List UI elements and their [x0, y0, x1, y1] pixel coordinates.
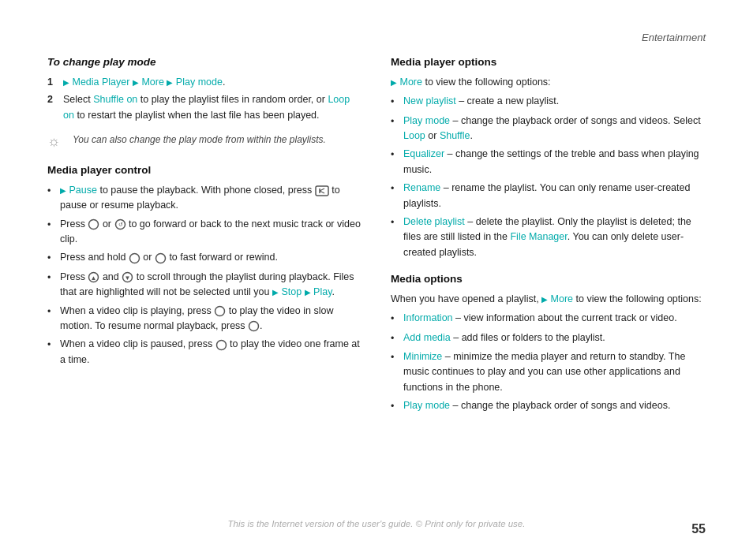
play-mode-link: Play mode — [176, 77, 223, 88]
media-player-options-list: • New playlist – create a new playlist. … — [391, 94, 706, 260]
bullet-5-content: When a video clip is playing, press to p… — [60, 304, 362, 334]
list-item: • Play mode – change the playback order … — [391, 114, 706, 144]
list-item: • Press and hold or to fast forward or r… — [47, 250, 362, 266]
circle-icon-9 — [215, 337, 227, 352]
circle-icon-2: ↺ — [114, 217, 126, 232]
section-title: Entertainment — [642, 32, 706, 43]
bullet-icon: • — [47, 184, 55, 199]
svg-point-14 — [249, 322, 259, 331]
change-play-mode-title: To change play mode — [47, 54, 362, 71]
circle-icon-5: ▲ — [88, 270, 99, 285]
media-options-list: • Information – view information about t… — [391, 311, 706, 414]
bullet-3-content: Press and hold or to fast forward or rew… — [60, 250, 278, 265]
bullet-icon: • — [391, 399, 399, 414]
svg-line-3 — [320, 191, 324, 193]
arrow-icon: ▶ — [541, 295, 548, 304]
circle-icon-4 — [155, 250, 167, 265]
tip-box: ☼ You can also change the play mode from… — [47, 133, 362, 153]
media-options-intro: When you have opened a playlist, ▶ More … — [391, 292, 706, 307]
arrow-icon: ▶ — [60, 186, 66, 195]
bullet-icon: • — [391, 312, 399, 327]
list-item: • Add media – add files or folders to th… — [391, 330, 706, 346]
svg-line-2 — [320, 189, 324, 191]
page-number: 55 — [691, 522, 706, 536]
bullet-icon: • — [391, 95, 399, 110]
list-item: • Press or ↺ to go forward or back to th… — [47, 217, 362, 248]
more-link-3: More — [551, 293, 573, 304]
nav-icon — [315, 183, 329, 198]
bullet-icon: • — [391, 147, 399, 162]
step-1-content: ▶ Media Player ▶ More ▶ Play mode. — [63, 75, 225, 90]
step-1: 1 ▶ Media Player ▶ More ▶ Play mode. — [47, 75, 362, 90]
option-play-mode-2: Play mode – change the playback order of… — [403, 398, 670, 413]
bullet-icon: • — [47, 251, 55, 266]
bullet-2-content: Press or ↺ to go forward or back to the … — [60, 217, 362, 248]
bullet-icon: • — [47, 218, 55, 233]
play-link: Play — [313, 286, 332, 297]
delete-playlist-link: Delete playlist — [403, 216, 465, 227]
arrow-icon-2: ▶ — [133, 78, 139, 87]
bullet-icon: • — [391, 114, 399, 129]
change-play-mode-section: To change play mode 1 ▶ Media Player ▶ M… — [47, 54, 362, 123]
bullet-1-content: ▶ Pause to pause the playback. With phon… — [60, 183, 362, 214]
list-item: • Rename – rename the playlist. You can … — [391, 181, 706, 211]
circle-icon-6: ▼ — [122, 270, 133, 285]
list-item: • Play mode – change the playback order … — [391, 398, 706, 414]
arrow-icon-3: ▶ — [167, 78, 173, 87]
list-item: • New playlist – create a new playlist. — [391, 94, 706, 110]
loop-link: Loop — [403, 130, 425, 141]
option-rename: Rename – rename the playlist. You can on… — [403, 181, 706, 211]
svg-point-13 — [215, 306, 225, 315]
arrow-icon: ▶ — [391, 78, 397, 87]
circle-icon-1 — [88, 217, 99, 232]
shuffle-on-link: Shuffle on — [93, 94, 137, 105]
section-header: Entertainment — [47, 32, 706, 43]
svg-point-8 — [155, 253, 165, 263]
equalizer-link: Equalizer — [403, 148, 444, 159]
list-item: • Information – view information about t… — [391, 311, 706, 327]
list-item: • When a video clip is paused, press to … — [47, 337, 362, 368]
svg-text:▲: ▲ — [91, 274, 97, 281]
pause-link: Pause — [69, 185, 96, 196]
bullet-icon: • — [47, 304, 55, 319]
bullet-6-content: When a video clip is paused, press to pl… — [60, 337, 362, 368]
circle-icon-7 — [214, 304, 226, 319]
option-information: Information – view information about the… — [403, 311, 677, 326]
shuffle-link: Shuffle — [440, 130, 470, 141]
footer: This is the Internet version of the user… — [47, 519, 706, 528]
bullet-icon: • — [391, 331, 399, 346]
arrow-icon-1: ▶ — [63, 78, 69, 87]
svg-text:↺: ↺ — [118, 222, 122, 227]
circle-icon-3 — [129, 250, 140, 265]
more-link-2: More — [399, 77, 421, 88]
media-player-options-intro: ▶ More to view the following options: — [391, 75, 706, 90]
option-add-media: Add media – add files or folders to the … — [403, 330, 605, 345]
list-item: • Delete playlist – delete the playlist.… — [391, 215, 706, 260]
right-column: Media player options ▶ More to view the … — [391, 54, 706, 511]
list-item: • Equalizer – change the settings of the… — [391, 147, 706, 177]
option-play-mode: Play mode – change the playback order of… — [403, 114, 706, 144]
minimize-link: Minimize — [403, 351, 442, 362]
information-link: Information — [403, 312, 453, 323]
play-mode-link-3: Play mode — [403, 400, 450, 411]
page: Entertainment To change play mode 1 ▶ Me… — [0, 0, 753, 560]
file-manager-link: File Manager — [510, 231, 567, 242]
bullet-icon: • — [391, 181, 399, 196]
content-area: To change play mode 1 ▶ Media Player ▶ M… — [47, 54, 706, 511]
media-player-options-title: Media player options — [391, 54, 706, 71]
bullet-icon: • — [391, 215, 399, 230]
step-2: 2 Select Shuffle on to play the playlist… — [47, 92, 362, 123]
circle-icon-8 — [248, 319, 260, 334]
tip-icon: ☼ — [47, 131, 65, 153]
media-player-control-title: Media player control — [47, 162, 362, 179]
option-delete-playlist: Delete playlist – delete the playlist. O… — [403, 215, 706, 260]
bullet-4-content: Press ▲ and ▼ to scroll through the play… — [60, 270, 362, 301]
option-equalizer: Equalizer – change the settings of the t… — [403, 147, 706, 177]
left-column: To change play mode 1 ▶ Media Player ▶ M… — [47, 54, 362, 511]
bullet-icon: • — [391, 350, 399, 365]
arrow-icon: ▶ — [305, 288, 311, 297]
list-item: • When a video clip is playing, press to… — [47, 304, 362, 334]
step-num-2: 2 — [47, 92, 58, 123]
tip-text: You can also change the play mode from w… — [73, 133, 326, 147]
media-options-title: Media options — [391, 271, 706, 288]
